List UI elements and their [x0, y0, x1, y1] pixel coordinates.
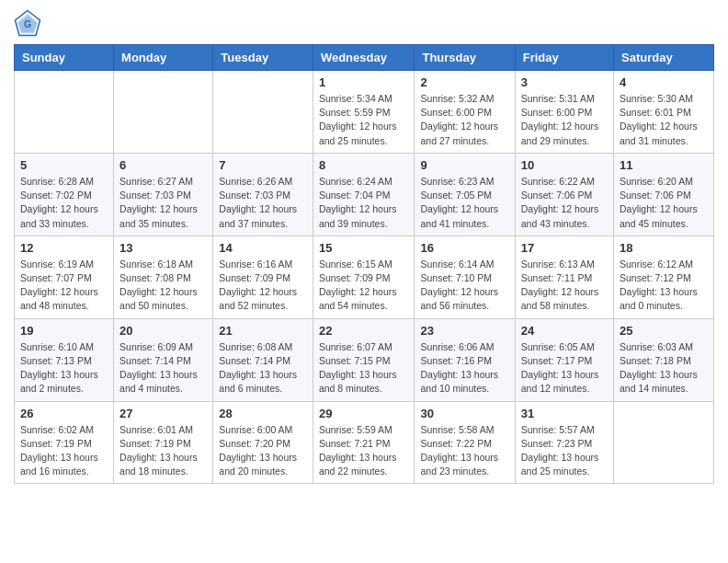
- calendar-cell: 12Sunrise: 6:19 AM Sunset: 7:07 PM Dayli…: [15, 236, 114, 318]
- day-number: 13: [119, 241, 207, 255]
- day-info: Sunrise: 6:14 AM Sunset: 7:10 PM Dayligh…: [420, 258, 508, 314]
- weekday-header-monday: Monday: [114, 45, 213, 71]
- day-info: Sunrise: 5:30 AM Sunset: 6:01 PM Dayligh…: [620, 92, 708, 148]
- day-number: 12: [20, 241, 108, 255]
- day-number: 26: [20, 407, 108, 420]
- calendar-week-2: 5Sunrise: 6:28 AM Sunset: 7:02 PM Daylig…: [15, 153, 714, 236]
- calendar-table: SundayMondayTuesdayWednesdayThursdayFrid…: [14, 44, 714, 484]
- calendar-week-4: 19Sunrise: 6:10 AM Sunset: 7:13 PM Dayli…: [15, 318, 714, 401]
- calendar-cell: 24Sunrise: 6:05 AM Sunset: 7:17 PM Dayli…: [515, 318, 613, 401]
- day-info: Sunrise: 6:07 AM Sunset: 7:15 PM Dayligh…: [319, 340, 409, 396]
- day-info: Sunrise: 6:18 AM Sunset: 7:08 PM Dayligh…: [119, 258, 207, 314]
- day-number: 23: [420, 324, 508, 338]
- day-info: Sunrise: 6:26 AM Sunset: 7:03 PM Dayligh…: [219, 175, 307, 231]
- day-info: Sunrise: 6:01 AM Sunset: 7:19 PM Dayligh…: [119, 423, 207, 479]
- logo: G: [14, 9, 45, 37]
- calendar-cell: 30Sunrise: 5:58 AM Sunset: 7:22 PM Dayli…: [415, 401, 515, 484]
- day-number: 21: [219, 324, 307, 338]
- day-info: Sunrise: 6:13 AM Sunset: 7:11 PM Dayligh…: [521, 258, 608, 314]
- day-info: Sunrise: 6:20 AM Sunset: 7:06 PM Dayligh…: [620, 175, 708, 231]
- calendar-cell: 28Sunrise: 6:00 AM Sunset: 7:20 PM Dayli…: [213, 401, 313, 484]
- calendar-cell: 16Sunrise: 6:14 AM Sunset: 7:10 PM Dayli…: [415, 236, 515, 318]
- calendar-cell: 18Sunrise: 6:12 AM Sunset: 7:12 PM Dayli…: [614, 236, 714, 318]
- day-info: Sunrise: 6:27 AM Sunset: 7:03 PM Dayligh…: [119, 175, 207, 231]
- day-number: 8: [319, 158, 409, 172]
- day-number: 19: [20, 324, 108, 338]
- day-number: 16: [420, 241, 508, 255]
- svg-text:G: G: [24, 18, 31, 29]
- day-number: 2: [420, 75, 508, 89]
- weekday-header-friday: Friday: [515, 45, 613, 71]
- day-number: 20: [119, 324, 207, 338]
- day-number: 9: [420, 158, 508, 172]
- day-number: 30: [420, 407, 508, 420]
- day-number: 14: [219, 241, 307, 255]
- day-info: Sunrise: 5:32 AM Sunset: 6:00 PM Dayligh…: [420, 92, 508, 148]
- day-info: Sunrise: 6:06 AM Sunset: 7:16 PM Dayligh…: [420, 340, 508, 396]
- calendar-cell: 29Sunrise: 5:59 AM Sunset: 7:21 PM Dayli…: [313, 401, 415, 484]
- day-number: 24: [521, 324, 608, 338]
- weekday-header-thursday: Thursday: [415, 45, 515, 71]
- day-info: Sunrise: 6:03 AM Sunset: 7:18 PM Dayligh…: [620, 340, 708, 396]
- day-info: Sunrise: 6:24 AM Sunset: 7:04 PM Dayligh…: [319, 175, 409, 231]
- day-number: 17: [521, 241, 608, 255]
- calendar-week-1: 1Sunrise: 5:34 AM Sunset: 5:59 PM Daylig…: [15, 71, 714, 154]
- calendar-cell: 14Sunrise: 6:16 AM Sunset: 7:09 PM Dayli…: [213, 236, 313, 318]
- day-info: Sunrise: 6:22 AM Sunset: 7:06 PM Dayligh…: [521, 175, 608, 231]
- calendar-cell: 10Sunrise: 6:22 AM Sunset: 7:06 PM Dayli…: [515, 153, 613, 236]
- day-number: 7: [219, 158, 307, 172]
- calendar-cell: 1Sunrise: 5:34 AM Sunset: 5:59 PM Daylig…: [313, 71, 415, 154]
- day-info: Sunrise: 6:28 AM Sunset: 7:02 PM Dayligh…: [20, 175, 108, 231]
- day-number: 11: [620, 158, 708, 172]
- day-info: Sunrise: 6:02 AM Sunset: 7:19 PM Dayligh…: [20, 423, 108, 479]
- calendar-cell: 20Sunrise: 6:09 AM Sunset: 7:14 PM Dayli…: [114, 318, 213, 401]
- day-info: Sunrise: 5:59 AM Sunset: 7:21 PM Dayligh…: [319, 423, 409, 479]
- calendar-week-3: 12Sunrise: 6:19 AM Sunset: 7:07 PM Dayli…: [15, 236, 714, 318]
- day-number: 3: [521, 75, 608, 89]
- day-number: 5: [20, 158, 108, 172]
- day-info: Sunrise: 6:15 AM Sunset: 7:09 PM Dayligh…: [319, 258, 409, 314]
- calendar-header-row: SundayMondayTuesdayWednesdayThursdayFrid…: [15, 45, 714, 71]
- calendar-cell: 31Sunrise: 5:57 AM Sunset: 7:23 PM Dayli…: [515, 401, 613, 484]
- day-number: 29: [319, 407, 409, 420]
- calendar-cell: 6Sunrise: 6:27 AM Sunset: 7:03 PM Daylig…: [114, 153, 213, 236]
- page-header: G: [14, 9, 714, 37]
- day-info: Sunrise: 5:57 AM Sunset: 7:23 PM Dayligh…: [521, 423, 608, 479]
- calendar-cell: 9Sunrise: 6:23 AM Sunset: 7:05 PM Daylig…: [415, 153, 515, 236]
- day-info: Sunrise: 6:19 AM Sunset: 7:07 PM Dayligh…: [20, 258, 108, 314]
- page-container: G SundayMondayTuesdayWednesdayThursdayFr…: [0, 0, 728, 493]
- day-number: 18: [620, 241, 708, 255]
- day-info: Sunrise: 6:16 AM Sunset: 7:09 PM Dayligh…: [219, 258, 307, 314]
- day-info: Sunrise: 6:12 AM Sunset: 7:12 PM Dayligh…: [620, 258, 708, 314]
- calendar-cell: 19Sunrise: 6:10 AM Sunset: 7:13 PM Dayli…: [15, 318, 114, 401]
- calendar-cell: 2Sunrise: 5:32 AM Sunset: 6:00 PM Daylig…: [415, 71, 515, 154]
- weekday-header-sunday: Sunday: [15, 45, 114, 71]
- day-info: Sunrise: 6:09 AM Sunset: 7:14 PM Dayligh…: [119, 340, 207, 396]
- calendar-cell: 27Sunrise: 6:01 AM Sunset: 7:19 PM Dayli…: [114, 401, 213, 484]
- day-number: 1: [319, 75, 409, 89]
- calendar-cell: 11Sunrise: 6:20 AM Sunset: 7:06 PM Dayli…: [614, 153, 714, 236]
- weekday-header-tuesday: Tuesday: [213, 45, 313, 71]
- day-info: Sunrise: 5:34 AM Sunset: 5:59 PM Dayligh…: [319, 92, 409, 148]
- calendar-cell: [15, 71, 114, 154]
- calendar-cell: [614, 401, 714, 484]
- day-number: 27: [119, 407, 207, 420]
- calendar-cell: 21Sunrise: 6:08 AM Sunset: 7:14 PM Dayli…: [213, 318, 313, 401]
- day-number: 25: [620, 324, 708, 338]
- calendar-cell: [213, 71, 313, 154]
- day-info: Sunrise: 6:05 AM Sunset: 7:17 PM Dayligh…: [521, 340, 608, 396]
- calendar-week-5: 26Sunrise: 6:02 AM Sunset: 7:19 PM Dayli…: [15, 401, 714, 484]
- calendar-cell: 22Sunrise: 6:07 AM Sunset: 7:15 PM Dayli…: [313, 318, 415, 401]
- day-number: 10: [521, 158, 608, 172]
- calendar-cell: 5Sunrise: 6:28 AM Sunset: 7:02 PM Daylig…: [15, 153, 114, 236]
- weekday-header-wednesday: Wednesday: [313, 45, 415, 71]
- day-info: Sunrise: 6:00 AM Sunset: 7:20 PM Dayligh…: [219, 423, 307, 479]
- calendar-cell: 7Sunrise: 6:26 AM Sunset: 7:03 PM Daylig…: [213, 153, 313, 236]
- calendar-cell: 15Sunrise: 6:15 AM Sunset: 7:09 PM Dayli…: [313, 236, 415, 318]
- day-number: 28: [219, 407, 307, 420]
- calendar-cell: 26Sunrise: 6:02 AM Sunset: 7:19 PM Dayli…: [15, 401, 114, 484]
- day-info: Sunrise: 6:23 AM Sunset: 7:05 PM Dayligh…: [420, 175, 508, 231]
- day-info: Sunrise: 6:10 AM Sunset: 7:13 PM Dayligh…: [20, 340, 108, 396]
- calendar-cell: 17Sunrise: 6:13 AM Sunset: 7:11 PM Dayli…: [515, 236, 613, 318]
- day-info: Sunrise: 6:08 AM Sunset: 7:14 PM Dayligh…: [219, 340, 307, 396]
